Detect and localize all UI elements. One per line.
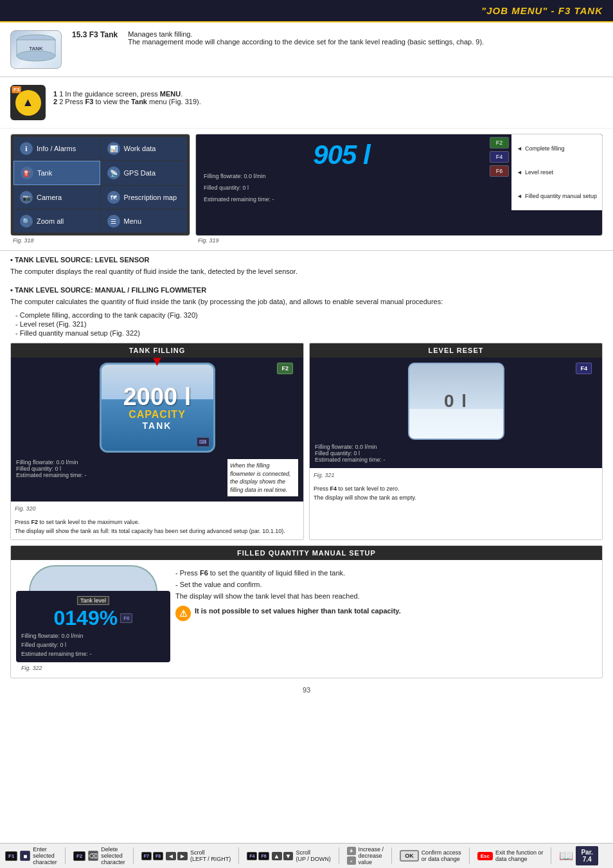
ok-button[interactable]: OK (400, 850, 419, 862)
level-sensor-title: • TANK LEVEL SOURCE: LEVEL SENSOR (0, 251, 613, 265)
fqs-filled: Filled quantity: 0 l (21, 639, 165, 648)
book-icon: 📖 (559, 849, 573, 863)
bottom-f2: F2 ⌫ Deleteselectedcharacter (73, 846, 125, 865)
workdata-icon: 📊 (107, 142, 120, 155)
two-col-boxes: TANK FILLING F2 ▼ 2000 l CAPACITY TANK ⌨ (10, 343, 603, 540)
fig319-inner: 905 l Filling flowrate: 0.0 l/min Filled… (196, 134, 602, 210)
fqs-remaining: Estimated remaining time: - (21, 648, 165, 657)
tank-label: TANK (143, 420, 172, 431)
lr-filled: Filled quantity: 0 l (315, 450, 597, 457)
fig322-caption: Fig. 322 (16, 662, 170, 673)
menu-item-prescription[interactable]: 🗺 Prescription map (101, 186, 188, 209)
tank-filling-desc: Press F2 to set tank level to the maximu… (11, 514, 303, 539)
f6-bottom-key[interactable]: F6 (258, 852, 269, 860)
level-reset-desc: Press F4 to set tank level to zero. The … (310, 481, 602, 506)
tank-intro-image: TANK (10, 30, 62, 69)
menu-item-workdata[interactable]: 📊 Work data (101, 137, 188, 160)
tank-word: Tank (131, 98, 147, 105)
tank-icon: ⛽ (21, 167, 33, 179)
tf-remaining: Estimated remaining time: - (16, 472, 222, 478)
intro-section: TANK 15.3 F3 Tank Manages tank filling. … (0, 23, 613, 77)
bullet-3: - Filled quantity manual setup (Fig. 322… (0, 329, 613, 338)
fqs-content: Tank level 0149% F6 Filling flowrate: 0.… (11, 560, 602, 678)
f4-label: ◄ Level reset (514, 168, 600, 177)
fig319-display: 905 l Filling flowrate: 0.0 l/min Filled… (196, 134, 487, 210)
menu-icon: F3 ▲ (10, 85, 46, 120)
menu-grid: ℹ Info / Alarms 📊 Work data ⛽ Tank 📡 GPS… (11, 134, 190, 235)
f2-btn[interactable]: F2 (490, 137, 509, 149)
menu-item-info[interactable]: ℹ Info / Alarms (13, 137, 100, 160)
f4-overlay: F4 (576, 363, 592, 374)
divider-6 (469, 847, 470, 864)
f2-key-text: F2 (31, 519, 39, 525)
step1-num: 1 (53, 90, 57, 98)
tf-flowrate: Filling flowrate: 0.0 l/min (16, 459, 222, 466)
lr-arrows: ◄ ► (166, 852, 188, 860)
tank-2000-display: ▼ 2000 l CAPACITY TANK ⌨ (100, 363, 215, 453)
f7-key[interactable]: F7 (141, 852, 152, 860)
f4-overlay-btn[interactable]: F4 (576, 363, 592, 374)
f6-label: ◄ Filled quantity manual setup (514, 192, 600, 201)
f-buttons-col: F2 F4 F6 (487, 134, 511, 210)
fqs-header: FILLED QUANTITY MANUAL SETUP (11, 546, 602, 560)
figures-row: ℹ Info / Alarms 📊 Work data ⛽ Tank 📡 GPS… (0, 129, 613, 251)
f6-key-text: F6 (200, 569, 208, 577)
level-sensor-body: The computer displays the real quantity … (0, 265, 613, 281)
menu-item-menu[interactable]: ☰ Menu (101, 210, 188, 233)
menu-item-tank[interactable]: ⛽ Tank (13, 161, 100, 185)
level-reset-stats: Filling flowrate: 0.0 l/min Filled quant… (315, 444, 597, 463)
bottom-incdec: + - Increase /decreasevalue (347, 846, 384, 865)
fig319-labels: ◄ Complete filling ◄ Level reset ◄ Fille… (511, 134, 602, 210)
info-icon: ℹ (20, 142, 33, 155)
fqs-step1: - Press F6 to set the quantity of liquid… (175, 568, 597, 579)
f4-btn[interactable]: F4 (490, 151, 509, 163)
tank-filling-content: F2 ▼ 2000 l CAPACITY TANK ⌨ Filling flow… (11, 357, 303, 502)
arrow-f4: ◄ (517, 169, 522, 176)
menu-item-camera[interactable]: 📷 Camera (13, 186, 100, 209)
tf-filled: Filled quantity: 0 l (16, 466, 222, 472)
fqs-left: Tank level 0149% F6 Filling flowrate: 0.… (16, 565, 170, 673)
f6-btn[interactable]: F6 (490, 165, 509, 177)
menu-item-zoomall[interactable]: 🔍 Zoom all (13, 210, 100, 233)
menu-item-workdata-label: Work data (124, 145, 156, 152)
keypad-icon: ⌨ (197, 437, 209, 447)
minus-key[interactable]: - (347, 856, 356, 865)
fqs-fig-display: Tank level 0149% F6 Filling flowrate: 0.… (16, 591, 170, 662)
esc-label: Exit the function ordata change (495, 849, 544, 862)
f2-overlay: F2 (277, 363, 293, 374)
esc-button[interactable]: Esc (477, 852, 493, 860)
level-reset-header: LEVEL RESET (310, 343, 602, 357)
arrow-f6: ◄ (517, 193, 522, 199)
f1-key[interactable]: F1 (5, 851, 17, 861)
capacity-label: CAPACITY (129, 409, 186, 420)
tank-filling-box: TANK FILLING F2 ▼ 2000 l CAPACITY TANK ⌨ (10, 343, 304, 540)
f1-label: Enterselectedcharacter (33, 846, 57, 865)
bottom-ok: OK Confirm accessor data change (400, 846, 461, 865)
f2-bottom-key[interactable]: F2 (73, 851, 85, 861)
menu-item-gps[interactable]: 📡 GPS Data (101, 161, 188, 185)
prescription-icon: 🗺 (107, 191, 120, 204)
level-reset-display-row: F4 0 l (315, 363, 597, 440)
fqs-f6-btn[interactable]: F6 (120, 613, 132, 623)
plus-key[interactable]: + (347, 847, 356, 855)
bullet-2: - Level reset (Fig. 321) (0, 320, 613, 329)
delete-icon: ⌫ (88, 851, 98, 861)
warning-icon: ⚠ (175, 606, 191, 621)
page-header: "JOB MENU" - F3 TANK (0, 0, 613, 23)
divider-2 (133, 847, 134, 864)
menu-item-prescription-label: Prescription map (124, 194, 177, 201)
divider-3 (238, 847, 239, 864)
fqs-step2: - Set the value and confirm. (175, 579, 597, 591)
svg-point-2 (17, 51, 55, 61)
warning-row: ⚠ It is not possible to set values highe… (175, 606, 597, 621)
f3-key: F3 (85, 98, 94, 105)
zoom-icon: 🔍 (20, 215, 33, 228)
bottom-f7f8: F7 F8 ◄ ► Scroll(LEFT / RIGHT) (141, 846, 231, 865)
fig320-caption: Fig. 320 (11, 502, 303, 514)
f8-key[interactable]: F8 (153, 852, 163, 860)
f3-badge: F3 (12, 86, 21, 93)
f2-overlay-btn[interactable]: F2 (277, 363, 293, 374)
f4-bottom-key[interactable]: F4 (247, 852, 257, 860)
warning-text: It is not possible to set values higher … (195, 606, 401, 617)
f2-label: ◄ Complete filling (514, 144, 600, 153)
